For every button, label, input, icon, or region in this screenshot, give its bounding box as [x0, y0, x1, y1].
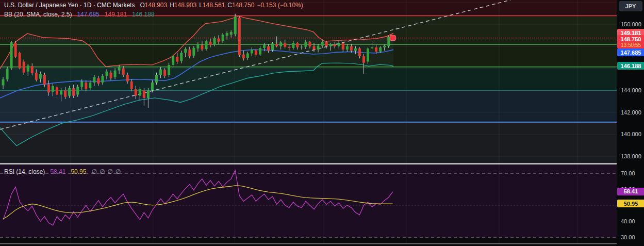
candle-body [14, 43, 17, 57]
candle-body [329, 44, 332, 46]
candle-body [172, 56, 174, 65]
candle-body [263, 45, 266, 48]
candle-body [267, 46, 270, 51]
rsi-ma-value: 50.95 [71, 168, 86, 175]
change-value: −0.153 (−0.10%) [257, 2, 303, 9]
candle-body [19, 53, 21, 68]
candle-body [139, 89, 141, 96]
candle-body [321, 42, 324, 45]
bollinger-mid-value: 147.685 [77, 11, 99, 18]
candle-body [279, 42, 282, 46]
axis-tick-label: 144.000 [621, 87, 641, 93]
axis-tick-label: 150.000 [621, 21, 641, 27]
rsi-empty-slot: ∅ [107, 168, 112, 175]
candle-body [151, 83, 154, 90]
candle-body [126, 75, 129, 81]
candle-body [168, 65, 170, 75]
candle-body [196, 44, 199, 48]
rsi-empty-slot: ∅ [115, 168, 121, 175]
candle-body [259, 48, 261, 55]
candle-body [60, 90, 62, 95]
panel-bottom-border [0, 243, 617, 244]
candle-body [205, 41, 207, 49]
background-zone [0, 122, 617, 163]
candle-body [118, 67, 121, 70]
trading-chart-window: U.S. Dollar / Japanese Yen · 1D · CMC Ma… [0, 0, 644, 246]
bar-countdown-timer: 13:50:55 [617, 42, 644, 48]
candle-body [23, 62, 25, 73]
candle-body [192, 48, 195, 56]
candle-body [300, 47, 303, 47]
candle-body [27, 65, 29, 72]
candle-body [242, 55, 245, 58]
axis-price-badge: 58.41 [617, 188, 644, 195]
candle-body [218, 39, 220, 42]
candle-body [72, 88, 75, 96]
candle-body [383, 46, 386, 47]
bollinger-settings[interactable]: BB (20, SMA, close, 2.5) [4, 11, 72, 18]
candle-body [76, 87, 79, 95]
candle-body [31, 66, 34, 73]
candle-body [176, 57, 178, 62]
candle-body [209, 42, 212, 45]
candle-body [122, 68, 125, 75]
rsi-panel-background [0, 165, 617, 238]
candle-body [346, 46, 349, 50]
candle-body [97, 78, 100, 84]
low-label: L [199, 2, 203, 9]
candle-body [362, 56, 365, 63]
candle-body [188, 50, 191, 56]
bollinger-lower-value: 146.188 [132, 11, 154, 18]
candle-body [180, 53, 183, 61]
rsi-empty-slot: ∅ [100, 168, 105, 175]
rsi-settings[interactable]: RSI (14, close) [4, 168, 45, 175]
candle-body [6, 69, 9, 79]
axis-tick-label: 40.00 [621, 218, 635, 224]
candle-body [354, 48, 357, 51]
candle-body [317, 46, 320, 50]
candle-body [255, 50, 257, 55]
candle-body [213, 38, 216, 45]
bollinger-upper-value: 149.181 [105, 11, 127, 18]
candle-body [101, 76, 104, 83]
axis-price-badge: 147.685 [617, 48, 644, 56]
candle-body [147, 90, 150, 98]
candle-body [85, 83, 87, 89]
candle-body [226, 33, 228, 36]
candle-body [143, 90, 145, 98]
chart-canvas[interactable] [0, 0, 644, 246]
price-axis[interactable]: JPY 150.000144.000142.000140.000138.0007… [617, 0, 644, 246]
symbol-title[interactable]: U.S. Dollar / Japanese Yen · 1D · CMC Ma… [4, 2, 135, 9]
candle-body [334, 44, 336, 46]
candle-body [375, 47, 377, 52]
open-label: O [140, 2, 144, 9]
candle-body [47, 84, 50, 92]
candle-body [288, 47, 290, 48]
candle-body [68, 88, 71, 96]
axis-price-badge: 146.188 [617, 62, 644, 70]
candle-body [271, 43, 274, 50]
candle-body [275, 44, 278, 46]
candle-body [106, 72, 108, 76]
candle-body [338, 43, 340, 46]
panel-separator[interactable] [0, 163, 617, 165]
candle-body [367, 48, 369, 62]
last-price-label: 148.750 [617, 36, 644, 42]
candle-body [39, 74, 42, 79]
axis-tick-label: 138.000 [621, 153, 641, 159]
candle-body [292, 43, 294, 48]
candle-body [308, 42, 311, 46]
candle-body [342, 43, 344, 50]
axis-price-badge: 148.75013:50:55 [617, 35, 644, 48]
last-price-marker[interactable] [390, 35, 395, 41]
open-value: 148.903 [145, 2, 167, 9]
candle-body [284, 43, 286, 46]
candle-body [93, 77, 95, 83]
currency-button[interactable]: JPY [619, 1, 642, 11]
candle-body [43, 75, 46, 85]
candle-body [371, 47, 373, 48]
low-value: 148.561 [203, 2, 225, 9]
candle-body [358, 48, 361, 56]
axis-tick-label: 140.000 [621, 131, 641, 137]
rsi-value: 58.41 [50, 168, 65, 175]
